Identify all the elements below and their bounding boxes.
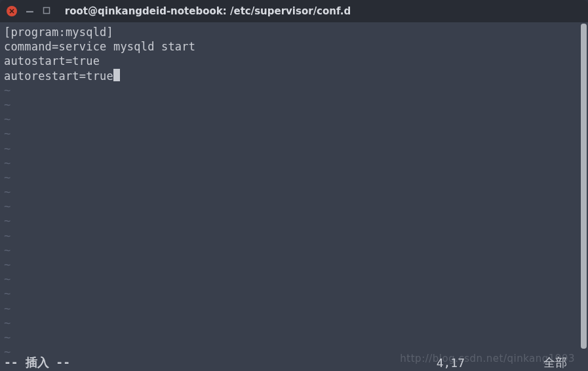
empty-line-tilde: ~ <box>4 286 575 301</box>
maximize-button[interactable] <box>43 6 50 16</box>
terminal-area[interactable]: [program:mysqld]command=service mysqld s… <box>0 22 588 371</box>
empty-line-tilde: ~ <box>4 302 575 316</box>
empty-line-tilde: ~ <box>4 156 575 170</box>
empty-line-tilde: ~ <box>4 316 575 330</box>
empty-line-tilde: ~ <box>4 83 575 98</box>
editor-content[interactable]: [program:mysqld]command=service mysqld s… <box>0 22 579 371</box>
close-button[interactable] <box>7 6 17 16</box>
empty-line-tilde: ~ <box>4 170 575 185</box>
text-cursor <box>113 69 120 81</box>
editor-line: autorestart=true <box>4 69 575 83</box>
window-titlebar: – root@qinkangdeid-notebook: /etc/superv… <box>0 0 588 22</box>
empty-line-tilde: ~ <box>4 98 575 112</box>
empty-line-tilde: ~ <box>4 185 575 199</box>
close-icon <box>9 8 15 14</box>
empty-line-tilde: ~ <box>4 214 575 228</box>
vim-status-bar: -- 插入 -- 4,17 全部 <box>0 354 579 371</box>
minimize-button[interactable]: – <box>26 5 33 17</box>
svg-rect-2 <box>43 8 49 14</box>
maximize-icon <box>43 7 50 14</box>
empty-line-tilde: ~ <box>4 229 575 243</box>
window-controls: – <box>7 5 50 17</box>
empty-line-tilde: ~ <box>4 272 575 286</box>
empty-line-tilde: ~ <box>4 142 575 156</box>
scrollbar[interactable] <box>581 24 587 349</box>
window-title: root@qinkangdeid-notebook: /etc/supervis… <box>65 5 351 17</box>
scroll-indicator: 全部 <box>543 355 567 370</box>
empty-line-tilde: ~ <box>4 112 575 127</box>
cursor-position: 4,17 <box>437 356 465 370</box>
empty-line-tilde: ~ <box>4 330 575 345</box>
vim-mode: -- 插入 -- <box>4 355 70 370</box>
editor-line: command=service mysqld start <box>4 39 575 54</box>
editor-line: [program:mysqld] <box>4 25 575 39</box>
editor-line: autostart=true <box>4 54 575 68</box>
empty-line-tilde: ~ <box>4 127 575 141</box>
empty-line-tilde: ~ <box>4 199 575 214</box>
empty-line-tilde: ~ <box>4 258 575 272</box>
empty-line-tilde: ~ <box>4 243 575 258</box>
